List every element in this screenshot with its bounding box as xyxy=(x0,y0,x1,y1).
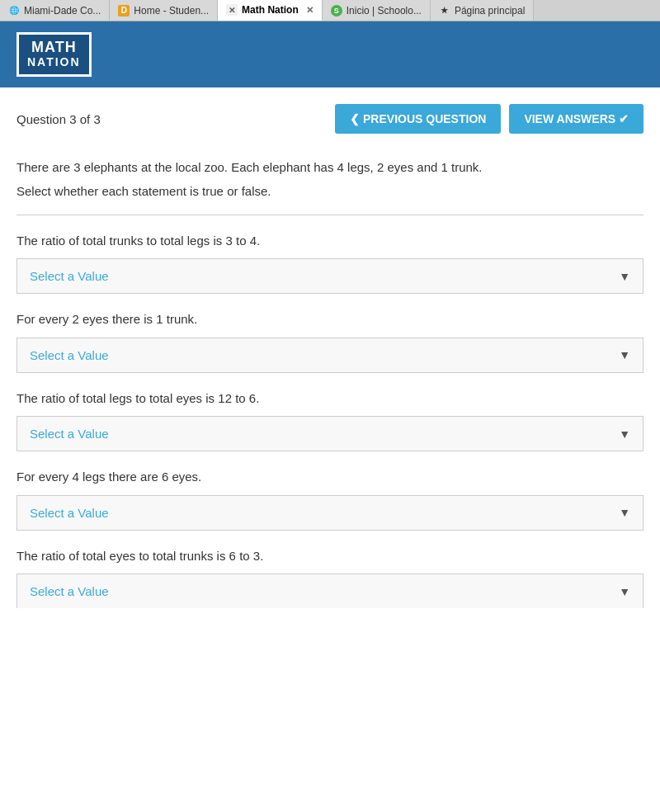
site-header: MATH NATION xyxy=(0,21,660,87)
tab-miami-label: Miami-Dade Co... xyxy=(24,5,101,17)
question-label: Question 3 of 3 xyxy=(16,112,101,126)
question-body: There are 3 elephants at the local zoo. … xyxy=(16,158,644,198)
statement-1-text: The ratio of total trunks to total legs … xyxy=(16,232,644,251)
logo: MATH NATION xyxy=(16,32,92,76)
statement-4: For every 4 legs there are 6 eyes. Selec… xyxy=(16,468,644,531)
dropdown-3-label: Select a Value xyxy=(30,427,109,441)
dropdown-2-label: Select a Value xyxy=(30,348,109,362)
tab-x-icon: ✕ xyxy=(226,4,238,16)
dropdown-3-arrow-icon: ▼ xyxy=(619,427,630,441)
question-sub-text: Select whether each statement is true or… xyxy=(16,184,644,198)
statement-1: The ratio of total trunks to total legs … xyxy=(16,232,644,295)
button-row: ❮ PREVIOUS QUESTION VIEW ANSWERS ✔ xyxy=(335,104,644,134)
dropdown-4-label: Select a Value xyxy=(30,506,109,520)
tab-home-label: Home - Studen... xyxy=(134,5,209,17)
view-answers-button[interactable]: VIEW ANSWERS ✔ xyxy=(509,104,644,134)
statement-4-text: For every 4 legs there are 6 eyes. xyxy=(16,468,644,487)
tab-pagina-label: Página principal xyxy=(455,5,525,17)
dropdown-2-arrow-icon: ▼ xyxy=(619,348,630,361)
tab-home[interactable]: D Home - Studen... xyxy=(110,0,218,21)
tab-miami[interactable]: 🌐 Miami-Dade Co... xyxy=(0,0,110,21)
dropdown-5-arrow-icon: ▼ xyxy=(619,585,630,598)
tab-math-label: Math Nation xyxy=(242,4,299,16)
statement-2-text: For every 2 eyes there is 1 trunk. xyxy=(16,310,644,329)
logo-nation-text: NATION xyxy=(27,56,81,68)
tab-inicio-label: Inicio | Schoolo... xyxy=(346,5,422,17)
dropdown-5-wrapper: Select a Value ▼ xyxy=(16,574,644,608)
statement-3-text: The ratio of total legs to total eyes is… xyxy=(16,389,644,408)
dropdown-3[interactable]: Select a Value ▼ xyxy=(16,416,644,451)
divider xyxy=(16,215,644,215)
previous-question-button[interactable]: ❮ PREVIOUS QUESTION xyxy=(335,104,501,134)
dropdown-2[interactable]: Select a Value ▼ xyxy=(16,338,644,373)
dropdown-3-wrapper: Select a Value ▼ xyxy=(16,416,644,451)
tab-d-icon: D xyxy=(118,5,130,17)
tab-math[interactable]: ✕ Math Nation ✕ xyxy=(218,0,323,21)
tab-math-close[interactable]: ✕ xyxy=(306,5,314,16)
statement-2: For every 2 eyes there is 1 trunk. Selec… xyxy=(16,310,644,373)
tab-s-icon: S xyxy=(331,5,342,17)
dropdown-1[interactable]: Select a Value ▼ xyxy=(16,258,644,294)
statement-3: The ratio of total legs to total eyes is… xyxy=(16,389,644,452)
dropdown-1-label: Select a Value xyxy=(30,269,109,283)
dropdown-4-arrow-icon: ▼ xyxy=(619,506,630,519)
dropdown-4[interactable]: Select a Value ▼ xyxy=(16,495,644,531)
tab-pagina[interactable]: ★ Página principal xyxy=(431,0,534,21)
tab-inicio[interactable]: S Inicio | Schoolo... xyxy=(323,0,431,21)
question-main-text: There are 3 elephants at the local zoo. … xyxy=(16,158,644,177)
tab-globe-icon: 🌐 xyxy=(8,5,20,17)
dropdown-5-label: Select a Value xyxy=(30,584,109,598)
dropdown-4-wrapper: Select a Value ▼ xyxy=(16,495,644,531)
dropdown-2-wrapper: Select a Value ▼ xyxy=(16,338,644,373)
question-header-row: Question 3 of 3 ❮ PREVIOUS QUESTION VIEW… xyxy=(16,104,644,134)
tab-star-icon: ★ xyxy=(439,5,450,17)
main-content: Question 3 of 3 ❮ PREVIOUS QUESTION VIEW… xyxy=(0,87,660,641)
browser-tabs-bar: 🌐 Miami-Dade Co... D Home - Studen... ✕ … xyxy=(0,0,660,21)
statement-5: The ratio of total eyes to total trunks … xyxy=(16,547,644,609)
dropdown-1-arrow-icon: ▼ xyxy=(619,270,630,283)
logo-math-text: MATH xyxy=(31,40,77,56)
dropdown-1-wrapper: Select a Value ▼ xyxy=(16,258,644,294)
dropdown-5[interactable]: Select a Value ▼ xyxy=(16,574,644,608)
statement-5-text: The ratio of total eyes to total trunks … xyxy=(16,547,644,566)
